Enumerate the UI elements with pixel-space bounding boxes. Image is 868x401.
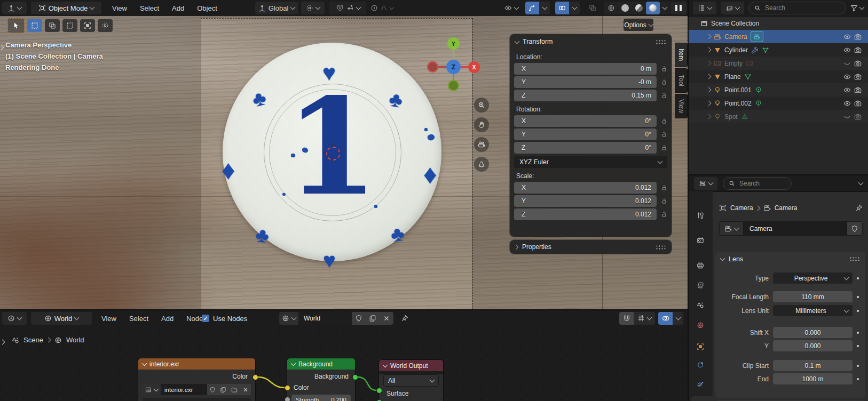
- shader-overlays-toggle[interactable]: [658, 312, 673, 325]
- mesh-data-icon[interactable]: [744, 73, 752, 81]
- outliner-row-cylinder[interactable]: Cylinder: [689, 43, 868, 57]
- pan-button[interactable]: [474, 117, 489, 132]
- visibility-dropdown[interactable]: [501, 2, 522, 14]
- camera-data-badge[interactable]: [751, 31, 763, 42]
- image-open-button[interactable]: [228, 384, 240, 395]
- location-x-field[interactable]: X -0 m: [514, 63, 657, 75]
- animate-dot[interactable]: [857, 365, 859, 367]
- tab-object[interactable]: [697, 343, 704, 350]
- proportional-edit-icon[interactable]: [370, 4, 378, 12]
- lens-unit-dropdown[interactable]: Millimeters: [773, 305, 853, 316]
- shader-overlays-dropdown[interactable]: [673, 312, 683, 325]
- background-node-header[interactable]: Background: [287, 358, 355, 370]
- image-color-output-socket[interactable]: [252, 374, 258, 380]
- editor-type-button[interactable]: [2, 2, 27, 14]
- lock-icon[interactable]: [661, 66, 667, 72]
- hide-eye-icon[interactable]: [843, 100, 851, 107]
- tool-select-box-button[interactable]: [27, 19, 42, 32]
- outliner-row-spot[interactable]: Spot: [689, 110, 868, 123]
- outliner-row-scene-collection[interactable]: Scene Collection: [689, 17, 868, 30]
- outliner-row-camera[interactable]: Camera: [689, 30, 868, 43]
- lock-icon[interactable]: [661, 131, 667, 138]
- shader-menu-select[interactable]: Select: [123, 315, 155, 323]
- expand-icon[interactable]: [706, 34, 712, 39]
- tool-select-difference-button[interactable]: [80, 19, 95, 32]
- id-browse-button[interactable]: [719, 221, 744, 236]
- properties-search-input[interactable]: [738, 179, 786, 188]
- render-visibility-icon[interactable]: [854, 86, 862, 94]
- world-browse-button[interactable]: [279, 312, 298, 325]
- viewport-canvas[interactable]: 1 ♥ ♣ ♣ ♦ ♦ ♣ ♣ ♥: [0, 16, 688, 309]
- pin-icon[interactable]: [855, 204, 863, 212]
- properties-collapsed-panel[interactable]: Properties: [510, 240, 672, 254]
- rotation-mode-dropdown[interactable]: XYZ Euler: [514, 156, 667, 168]
- snap-target-icon[interactable]: [346, 4, 354, 12]
- shader-menu-view[interactable]: View: [95, 315, 123, 323]
- animate-dot[interactable]: [857, 277, 859, 279]
- clip-start-field[interactable]: 0.1 m: [773, 360, 853, 371]
- id-name-field[interactable]: Camera: [744, 221, 847, 236]
- menu-object[interactable]: Object: [191, 4, 224, 12]
- outliner-row-empty[interactable]: Empty: [689, 57, 868, 70]
- background-color-input-socket[interactable]: [285, 385, 290, 391]
- breadcrumb-scene[interactable]: Scene: [23, 336, 43, 344]
- tab-constraints[interactable]: [697, 361, 704, 368]
- world-copy-button[interactable]: [366, 312, 380, 325]
- lock-view-button[interactable]: [474, 157, 489, 172]
- xray-toggle[interactable]: [585, 2, 600, 14]
- render-visibility-icon[interactable]: [854, 100, 862, 107]
- fake-user-shield-button[interactable]: [847, 221, 863, 236]
- tab-view-layer[interactable]: [697, 282, 704, 289]
- hide-eye-icon[interactable]: [843, 86, 851, 94]
- axis-neg-x-ball[interactable]: [427, 61, 438, 73]
- axis-z-ball[interactable]: Z: [446, 60, 461, 74]
- modifier-wrench-icon[interactable]: [751, 46, 759, 54]
- location-z-field[interactable]: Z 0.15 m: [514, 90, 657, 101]
- pin-icon[interactable]: [401, 315, 408, 322]
- shading-rendered[interactable]: [646, 2, 660, 14]
- outliner-row-plane[interactable]: Plane: [689, 70, 868, 83]
- animate-dot[interactable]: [857, 310, 859, 312]
- render-visibility-icon[interactable]: [854, 113, 862, 121]
- rotation-z-field[interactable]: Z 0°: [514, 142, 657, 154]
- zoom-button[interactable]: [474, 98, 489, 113]
- expand-icon[interactable]: [706, 61, 712, 66]
- menu-select[interactable]: Select: [133, 4, 165, 12]
- rotation-y-field[interactable]: Y 0°: [514, 129, 657, 140]
- lens-panel-header[interactable]: Lens: [715, 252, 865, 266]
- tool-select-extend-button[interactable]: [45, 19, 60, 32]
- panel-grip[interactable]: [656, 39, 666, 44]
- transform-panel-header[interactable]: Transform: [510, 34, 672, 49]
- world-output-node-header[interactable]: World Output: [379, 360, 443, 371]
- strength-field[interactable]: Strength 0.200: [291, 395, 351, 401]
- render-visibility-icon[interactable]: [854, 46, 862, 54]
- hide-eye-icon[interactable]: [843, 73, 851, 81]
- shader-menu-add[interactable]: Add: [155, 315, 180, 323]
- lock-icon[interactable]: [661, 79, 667, 85]
- tab-view[interactable]: View: [675, 94, 688, 118]
- clip-end-field[interactable]: 1000 m: [773, 373, 853, 384]
- hide-eye-icon[interactable]: [843, 33, 851, 41]
- axis-x-ball[interactable]: X: [468, 61, 480, 73]
- expand-icon[interactable]: [706, 87, 712, 93]
- expand-icon[interactable]: [706, 74, 712, 79]
- shift-y-field[interactable]: 0.000: [773, 340, 853, 351]
- falloff-icon[interactable]: [380, 4, 388, 12]
- image-name-field[interactable]: interior.exr: [161, 384, 207, 395]
- image-fake-user-button[interactable]: [207, 384, 218, 395]
- image-unlink-button[interactable]: [240, 384, 251, 395]
- node-canvas[interactable]: Scene World interior.exr Color: [0, 326, 688, 401]
- render-visibility-icon[interactable]: [854, 60, 862, 67]
- axis-y-ball[interactable]: Y: [447, 37, 460, 50]
- rotation-x-field[interactable]: X 0°: [514, 115, 657, 127]
- tab-scene[interactable]: [697, 301, 704, 309]
- expand-icon[interactable]: [706, 47, 712, 53]
- shading-solid[interactable]: [618, 4, 632, 12]
- outliner-filter-button[interactable]: [850, 4, 864, 12]
- image-browse-button[interactable]: [143, 384, 161, 395]
- snap-dropdown[interactable]: [356, 5, 361, 10]
- node-image-texture[interactable]: interior.exr Color interior.exr: [138, 358, 255, 401]
- output-target-dropdown[interactable]: All: [383, 374, 439, 387]
- lens-type-dropdown[interactable]: Perspective: [773, 272, 853, 284]
- camera-view-button[interactable]: [474, 137, 489, 152]
